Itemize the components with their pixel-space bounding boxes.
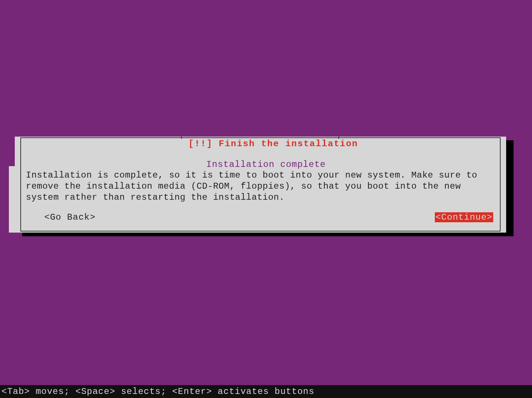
dialog-button-row: <Go Back> <Continue>: [44, 212, 493, 222]
continue-button[interactable]: <Continue>: [435, 212, 493, 222]
go-back-button[interactable]: <Go Back>: [44, 212, 96, 222]
help-bar: <Tab> moves; <Space> selects; <Enter> ac…: [0, 385, 532, 398]
dialog-title: [!!] Finish the installation: [181, 139, 365, 149]
dialog-subtitle: Installation complete: [0, 159, 532, 169]
dialog-body-text: Installation is complete, so it is time …: [26, 170, 499, 203]
